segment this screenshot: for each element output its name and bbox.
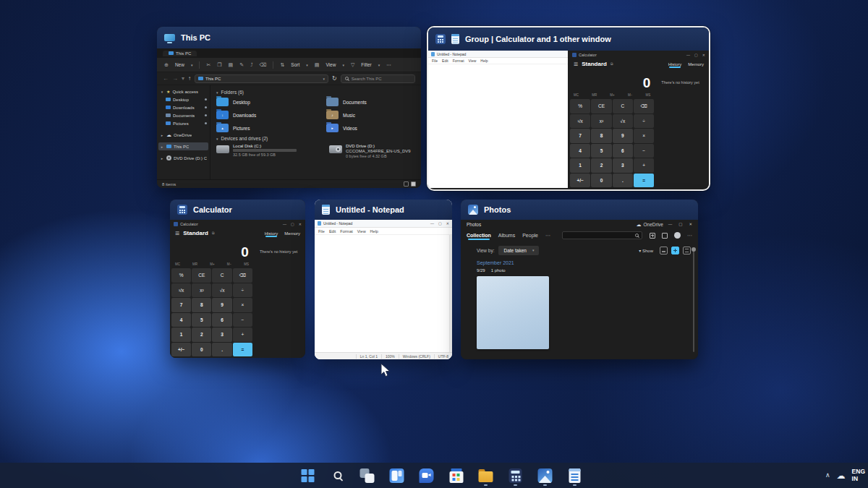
sidebar-item-quick-access[interactable]: ▾ ★ Quick access [157,87,210,95]
drives-section-header[interactable]: ▾ Devices and drives (2) [216,136,415,141]
taskbar-start-button[interactable] [299,465,318,487]
sidebar-item-dvd-drive[interactable]: ▸ DVD Drive (D:) C [157,154,210,162]
calc-key-+[interactable]: + [233,328,252,342]
language-indicator[interactable]: ENG IN [852,468,865,483]
memory-key-MS[interactable]: MS [244,262,249,266]
close-button[interactable]: ✕ [446,221,449,226]
recent-locations-button[interactable]: ▾ [182,76,184,82]
sidebar-item-onedrive[interactable]: ▸ ☁ OneDrive [157,131,210,139]
folders-section-header[interactable]: ▾ Folders (6) [216,90,415,95]
scrollbar[interactable] [693,250,694,352]
share-icon[interactable]: ⤴ [250,62,253,67]
memory-key-MR[interactable]: MR [592,93,597,97]
calc-key-1[interactable]: 1 [171,328,191,342]
calc-key-%[interactable]: % [570,99,590,114]
memory-key-MS[interactable]: MS [645,93,650,97]
memory-key-M−[interactable]: M− [628,93,632,97]
calc-key-√x[interactable]: √x [212,283,231,298]
calc-key-5[interactable]: 5 [591,144,611,158]
cut-icon[interactable]: ✂ [206,62,210,68]
task-view-card-calculator[interactable]: Calculator Calculator — ▢ ✕ ☰ Standard ⧉… [170,200,305,358]
notepad-window-snap[interactable]: Untitled - Notepad FileEditFormatViewHel… [428,51,569,188]
task-view-card-group[interactable]: Group | Calculator and 1 other window Un… [427,26,710,191]
calc-key-÷[interactable]: ÷ [634,114,654,129]
view-button[interactable]: View [326,62,336,67]
tab-history[interactable]: History [265,231,278,236]
calc-key-9[interactable]: 9 [613,129,633,143]
delete-icon[interactable]: ⌫ [260,62,267,68]
close-button[interactable]: ✕ [702,53,705,57]
paste-icon[interactable]: ▤ [229,62,234,68]
onedrive-tray-icon[interactable]: ☁ [837,471,846,480]
maximize-button[interactable]: ▢ [438,221,442,226]
calc-key-5[interactable]: 5 [192,313,211,328]
sidebar-item-pictures[interactable]: Pictures [157,119,210,127]
calc-key-6[interactable]: 6 [212,313,231,328]
calc-key-1[interactable]: 1 [570,158,590,173]
search-input[interactable] [562,231,642,239]
calc-key-⌫[interactable]: ⌫ [634,99,654,114]
maximize-button[interactable]: ▢ [694,53,698,57]
sidebar-item-downloads[interactable]: Downloads [157,103,210,111]
menu-view[interactable]: View [469,59,477,63]
onedrive-status[interactable]: ☁ OneDrive [637,222,663,227]
search-input[interactable]: Search This PC [341,74,415,83]
calculator-window-snap[interactable]: Calculator — ▢ ✕ ☰ Standard ⧉ History Me… [569,51,709,189]
menu-view[interactable]: View [357,229,366,234]
keep-on-top-icon[interactable]: ⧉ [212,231,215,236]
calc-key-+/−[interactable]: +/− [570,174,590,188]
taskbar-widgets-button[interactable] [388,465,407,487]
more-options-button[interactable]: ⋯ [687,233,692,239]
tab-albums[interactable]: Albums [498,233,515,238]
menu-help[interactable]: Help [370,229,378,234]
maximize-button[interactable]: ▢ [678,222,682,226]
calc-key-+[interactable]: + [634,158,654,173]
task-view-card-notepad[interactable]: Untitled - Notepad Untitled - Notepad — … [315,200,452,359]
minimize-button[interactable]: — [686,53,690,57]
avatar[interactable] [674,232,681,239]
notepad-text-area[interactable] [428,64,568,188]
card-header[interactable]: Photos [461,200,698,220]
folder-item-desktop[interactable]: Desktop [216,98,318,106]
up-button[interactable]: ↑ [188,76,191,82]
calc-key-9[interactable]: 9 [212,298,231,312]
grid-view-toggle[interactable] [671,247,679,254]
back-button[interactable]: ← [163,76,169,82]
calc-key-.[interactable]: . [613,174,633,188]
list-view-toggle[interactable] [683,247,691,254]
calc-key-.[interactable]: . [212,343,231,357]
folder-item-music[interactable]: ♪ Music [326,111,421,119]
show-menu[interactable]: ▾ Show [639,248,653,253]
calc-key-−[interactable]: − [634,144,654,158]
calc-key-√x[interactable]: √x [613,114,633,129]
calc-key-×[interactable]: × [634,129,654,143]
minimize-button[interactable]: — [668,222,673,226]
minimize-button[interactable]: — [283,222,286,226]
card-header[interactable]: Calculator [170,200,305,220]
close-button[interactable]: ✕ [689,222,692,226]
calc-key-x²[interactable]: x² [591,114,611,129]
taskbar-notepad-button[interactable] [566,465,584,487]
photo-thumbnail[interactable] [477,276,549,349]
forward-button[interactable]: → [172,76,178,82]
calc-key-CE[interactable]: CE [591,99,611,114]
select-icon[interactable] [650,233,655,239]
tab-history[interactable]: History [668,62,682,67]
tab-memory[interactable]: Memory [688,62,704,67]
more-button[interactable]: ⋯ [386,62,391,68]
calc-key-2[interactable]: 2 [591,158,611,173]
month-header[interactable]: September 2021 [461,260,698,265]
tab-people[interactable]: People [522,233,538,238]
calc-key-+/−[interactable]: +/− [171,343,191,357]
task-view-card-this-pc[interactable]: This PC This PC ⊕ New ▾ ✂ ❐ ▤ ✎ ⤴ ⌫ ⇅ So… [157,27,421,188]
chevron-right-icon[interactable]: ▸ [160,145,164,149]
chevron-right-icon[interactable]: ▸ [160,133,164,137]
refresh-button[interactable]: ↻ [332,76,337,82]
card-header[interactable]: Group | Calculator and 1 other window [428,27,709,51]
explorer-tab[interactable]: This PC [163,51,197,56]
menu-edit[interactable]: Edit [442,59,448,63]
tab-collection[interactable]: Collection [467,233,491,238]
more-tabs-button[interactable]: ⋯ [545,233,550,239]
taskbar-task-view-button[interactable] [358,465,377,487]
sidebar-item-documents[interactable]: Documents [157,111,210,119]
